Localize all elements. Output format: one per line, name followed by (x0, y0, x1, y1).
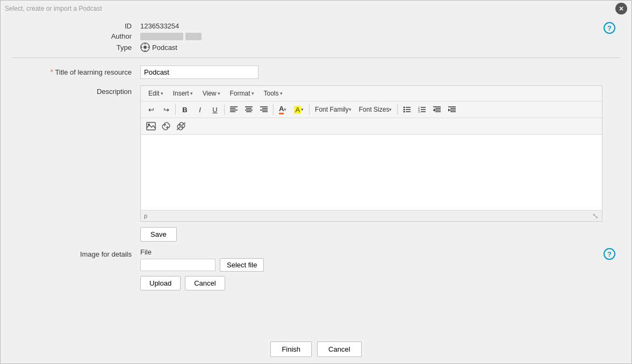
undo-button[interactable]: ↩ (144, 103, 158, 116)
svg-marker-39 (448, 108, 450, 112)
menu-view[interactable]: View ▾ (198, 88, 225, 99)
tools-arrow: ▾ (280, 91, 283, 96)
upload-button[interactable]: Upload (140, 276, 181, 290)
unordered-list-button[interactable] (400, 103, 414, 116)
author-value (140, 33, 183, 40)
insert-link-button[interactable] (159, 120, 173, 133)
cancel-button[interactable]: Cancel (185, 276, 225, 290)
dialog-body: ID 1236533254 Author Type (1, 17, 631, 335)
view-arrow: ▾ (218, 91, 220, 96)
divider (11, 57, 621, 58)
separator-2 (224, 104, 225, 115)
dialog-title: Select, create or import a Podcast (5, 5, 102, 12)
image-controls: File Select file Upload Cancel (140, 248, 602, 290)
type-text: Podcast (152, 43, 177, 52)
close-button[interactable]: × (615, 3, 627, 14)
type-label: Type (11, 43, 140, 52)
underline-button[interactable]: U (208, 103, 222, 116)
resize-handle[interactable]: ⤡ (592, 212, 599, 220)
separator-3 (273, 104, 274, 115)
menu-tools[interactable]: Tools ▾ (260, 88, 287, 99)
podcast-icon (140, 42, 150, 52)
bold-button[interactable]: B (178, 103, 192, 116)
dialog-footer: Finish Cancel (1, 335, 631, 363)
outdent-button[interactable] (430, 103, 444, 116)
bg-color-dropdown[interactable]: A ▾ (291, 103, 307, 116)
file-row: Select file (140, 258, 602, 272)
help-icon-meta[interactable]: ? (604, 22, 615, 34)
svg-point-18 (404, 107, 405, 108)
dialog: Select, create or import a Podcast × ID … (0, 0, 632, 364)
type-value: Podcast (140, 42, 177, 52)
italic-button[interactable]: I (193, 103, 207, 116)
title-row: * Title of learning resource (11, 65, 621, 79)
separator-4 (309, 104, 310, 115)
svg-point-22 (404, 111, 405, 113)
ordered-list-button[interactable]: 1.2.3. (415, 103, 429, 116)
editor-status: p ⤡ (141, 210, 602, 221)
file-input[interactable] (140, 259, 216, 271)
editor-area[interactable] (141, 135, 602, 210)
svg-point-20 (404, 109, 405, 111)
image-section-row: Image for details File Select file Uploa… (11, 248, 621, 290)
image-label: Image for details (11, 248, 140, 258)
insert-arrow: ▾ (190, 91, 193, 96)
editor-menubar: Edit ▾ Insert ▾ View ▾ Format (141, 86, 602, 101)
indent-button[interactable] (445, 103, 459, 116)
separator-5 (397, 104, 398, 115)
svg-marker-34 (433, 108, 435, 112)
format-arrow: ▾ (252, 91, 254, 96)
font-sizes-dropdown[interactable]: Font Sizes ▾ (356, 103, 396, 116)
align-left-button[interactable] (227, 103, 241, 116)
title-label: * Title of learning resource (11, 65, 140, 76)
meta-author-row: Author (11, 32, 621, 40)
meta-type-row: Type Podcast (11, 42, 621, 52)
author-value-2 (185, 33, 202, 40)
font-family-dropdown[interactable]: Font Family ▾ (312, 103, 355, 116)
editor-toolbar: ↩ ↪ B I U (141, 101, 602, 118)
edit-arrow: ▾ (161, 91, 163, 96)
insert-image-button[interactable] (144, 120, 158, 133)
dialog-header: Select, create or import a Podcast × (1, 1, 631, 17)
select-file-button[interactable]: Select file (220, 258, 264, 272)
upload-cancel-row: Upload Cancel (140, 276, 602, 290)
separator-1 (175, 104, 176, 115)
id-value: 1236533254 (140, 22, 179, 30)
svg-text:3.: 3. (418, 110, 420, 113)
description-row: Description Edit ▾ Insert ▾ (11, 85, 621, 242)
align-right-button[interactable] (257, 103, 271, 116)
title-input[interactable] (140, 65, 258, 79)
meta-id-row: ID 1236533254 (11, 22, 621, 30)
menu-insert[interactable]: Insert ▾ (169, 88, 197, 99)
save-button[interactable]: Save (140, 227, 177, 242)
svg-line-42 (177, 122, 185, 130)
file-label: File (140, 248, 602, 256)
meta-section: ID 1236533254 Author Type (11, 22, 621, 52)
align-center-button[interactable] (242, 103, 256, 116)
menu-edit[interactable]: Edit ▾ (144, 88, 168, 99)
finish-button[interactable]: Finish (270, 341, 312, 357)
redo-button[interactable]: ↪ (159, 103, 173, 116)
editor-toolbar-row2 (141, 118, 602, 135)
menu-format[interactable]: Format ▾ (226, 88, 258, 99)
author-label: Author (11, 32, 140, 40)
editor-wrap: Edit ▾ Insert ▾ View ▾ Format (140, 85, 602, 242)
editor-container: Edit ▾ Insert ▾ View ▾ Format (140, 85, 602, 222)
id-label: ID (11, 22, 140, 30)
footer-cancel-button[interactable]: Cancel (317, 341, 361, 357)
title-field-wrap (140, 65, 602, 79)
required-star: * (51, 68, 53, 76)
help-icon-image[interactable]: ? (604, 248, 615, 260)
editor-path: p (144, 213, 147, 219)
remove-link-button[interactable] (174, 120, 188, 133)
font-color-dropdown[interactable]: A ▾ (276, 103, 290, 116)
svg-point-1 (143, 46, 147, 49)
description-label: Description (11, 85, 140, 96)
